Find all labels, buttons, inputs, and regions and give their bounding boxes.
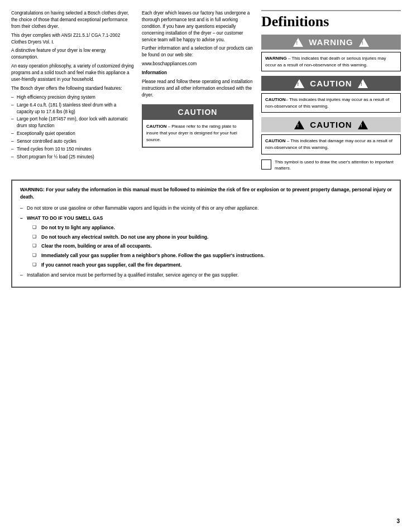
symbol-note: This symbol is used to draw the user's a… bbox=[261, 159, 401, 172]
symbol-box bbox=[261, 159, 271, 170]
bw-sub-2: Do not touch any electrical switch. Do n… bbox=[32, 234, 392, 241]
middle-caution-header: CAUTION bbox=[142, 104, 253, 120]
caution-light-header-box: CAUTION bbox=[261, 117, 401, 132]
bottom-warning-title: WARNING: For your safety the information… bbox=[20, 186, 392, 201]
middle-info-label: Information bbox=[142, 70, 253, 76]
bw-item-3-text: Installation and service must be perform… bbox=[27, 272, 238, 278]
caution-dark-triangle-right bbox=[358, 79, 368, 88]
middle-para1: Each dryer which leaves our factory has … bbox=[142, 10, 253, 43]
bw-sub-5: If you cannot reach your gas supplier, c… bbox=[32, 262, 392, 269]
bw-sub-1-text: Do not try to light any appliance. bbox=[41, 225, 115, 230]
caution-light-triangle-left bbox=[294, 120, 304, 129]
caution-dark-triangle-left bbox=[294, 79, 304, 88]
middle-caution-label: CAUTION bbox=[178, 108, 218, 117]
right-column: Definitions WARNING WARNING – This indic… bbox=[261, 10, 401, 172]
warning-bold: WARNING bbox=[265, 56, 287, 61]
warning-triangle-right bbox=[359, 38, 369, 47]
caution-light-triangle-right bbox=[358, 120, 368, 129]
feature-7: Short program for ½ load (25 minutes) bbox=[11, 154, 134, 161]
left-para1: Congratulations on having selected a Bos… bbox=[11, 10, 134, 30]
middle-caution-bold: CAUTION bbox=[146, 124, 166, 129]
bottom-warning-list: Do not store or use gasoline or other fl… bbox=[20, 205, 392, 278]
middle-column: Each dryer which leaves our factory has … bbox=[142, 10, 253, 172]
bw-sub-4-text: Immediately call your gas supplier from … bbox=[41, 253, 265, 258]
caution-dark-label: CAUTION bbox=[310, 79, 352, 88]
left-para5: The Bosch dryer offers the following sta… bbox=[11, 85, 134, 92]
bw-sub-4: Immediately call your gas supplier from … bbox=[32, 252, 392, 259]
bw-item-1-text: Do not store or use gasoline or other fl… bbox=[27, 205, 258, 211]
feature-4: Exceptionally quiet operation bbox=[11, 130, 134, 137]
left-column: Congratulations on having selected a Bos… bbox=[11, 10, 134, 172]
feature-6: Timed cycles from 10 to 150 minutes bbox=[11, 146, 134, 153]
top-section: Congratulations on having selected a Bos… bbox=[11, 10, 401, 172]
feature-2: Large 6.4 cu.ft. (181 l) stainless steel… bbox=[11, 102, 134, 115]
bw-item-2: WHAT TO DO IF YOU SMELL GAS Do not try t… bbox=[20, 215, 392, 269]
bw-sub-2-text: Do not touch any electrical switch. Do n… bbox=[41, 234, 208, 240]
middle-caution-body: CAUTION – Please refer to the rating pla… bbox=[142, 120, 253, 148]
feature-3: Large port hole (18"/457 mm), door lock … bbox=[11, 116, 134, 129]
left-para2: This dryer complies with ANSI Z21.5.1/ C… bbox=[11, 32, 134, 46]
bw-item-3: Installation and service must be perform… bbox=[20, 272, 392, 279]
caution-dark-header-box: CAUTION bbox=[261, 76, 401, 91]
middle-website: www.boschappliances.com bbox=[142, 61, 253, 67]
middle-caution-block: CAUTION CAUTION – Please refer to the ra… bbox=[142, 104, 253, 148]
warning-triangle-left bbox=[293, 38, 303, 47]
bw-sub-3-text: Clear the room, building or area of all … bbox=[41, 243, 152, 249]
features-list: High efficiency precision drying system … bbox=[11, 94, 134, 161]
caution-light-text-box: CAUTION – This indicates that damage may… bbox=[261, 134, 401, 154]
caution-light-label: CAUTION bbox=[310, 120, 352, 129]
bw-sub-1: Do not try to light any appliance. bbox=[32, 224, 392, 231]
bottom-warning-section: WARNING: For your safety the information… bbox=[11, 180, 401, 288]
bw-item-1: Do not store or use gasoline or other fl… bbox=[20, 205, 392, 212]
page: Congratulations on having selected a Bos… bbox=[0, 0, 412, 532]
page-number: 3 bbox=[396, 518, 400, 524]
middle-para3: Please read and follow these operating a… bbox=[142, 79, 253, 99]
caution-dark-text-box: CAUTION– This indicates that injuries ma… bbox=[261, 93, 401, 113]
caution-light-bold: CAUTION bbox=[265, 138, 285, 143]
feature-5: Sensor controlled auto cycles bbox=[11, 138, 134, 145]
warning-header-box: WARNING bbox=[261, 35, 401, 50]
bw-sub-3: Clear the room, building or area of all … bbox=[32, 243, 392, 250]
warning-text-box: WARNING – This indicates that death or s… bbox=[261, 52, 401, 71]
feature-1: High efficiency precision drying system bbox=[11, 94, 134, 101]
symbol-note-text: This symbol is used to draw the user's a… bbox=[275, 159, 401, 172]
bw-sub-list: Do not try to light any appliance. Do no… bbox=[32, 224, 392, 269]
bw-item-2-text: WHAT TO DO IF YOU SMELL GAS bbox=[27, 215, 103, 221]
middle-para2: Further information and a selection of o… bbox=[142, 45, 253, 59]
caution-dark-bold: CAUTION bbox=[265, 97, 285, 102]
warning-label: WARNING bbox=[309, 37, 353, 47]
left-para4: An easy operation philosophy, a variety … bbox=[11, 63, 134, 83]
left-para3: A distinctive feature of your dryer is l… bbox=[11, 47, 134, 61]
bw-sub-5-text: If you cannot reach your gas supplier, c… bbox=[41, 262, 181, 268]
definitions-title: Definitions bbox=[261, 10, 401, 30]
